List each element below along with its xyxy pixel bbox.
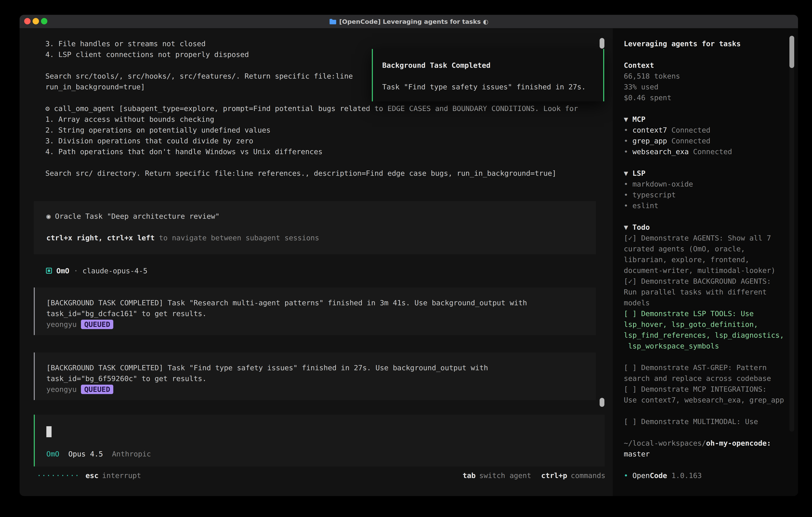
- context-used: 33% used: [624, 83, 658, 91]
- context-spent: $0.46 spent: [624, 93, 671, 102]
- mcp-header: MCP: [632, 115, 645, 124]
- key-ctrl-p: ctrl+p: [541, 471, 567, 480]
- text-segment: Connected: [689, 147, 732, 156]
- text-segment: [✓] Demonstrate BACKGROUND AGENTS:: [624, 277, 771, 285]
- text-segment: to navigate between subagent sessions: [155, 234, 319, 242]
- prompt-input[interactable]: OmO Opus 4.5 Anthropic: [34, 415, 605, 466]
- sidebar-line: • websearch_exa Connected: [624, 146, 790, 157]
- text-segment: 4. LSP client connections not properly d…: [46, 50, 249, 59]
- sidebar-scrollbar-thumb[interactable]: [789, 36, 794, 68]
- sidebar-line: [✓] Demonstrate BACKGROUND AGENTS:: [624, 276, 790, 287]
- close-button[interactable]: [24, 18, 31, 24]
- sidebar-line: document-writer, multimodal-looker): [624, 265, 790, 276]
- sidebar-line: [624, 49, 790, 60]
- text-segment: [BACKGROUND TASK COMPLETED] Task "Find t…: [46, 364, 488, 372]
- sidebar-content: Leveraging agents for tasks Context66,51…: [624, 38, 790, 481]
- todo-header: Todo: [632, 223, 650, 231]
- sidebar-line: Context: [624, 60, 790, 71]
- text-segment: [ ] Demonstrate AST-GREP: Pattern: [624, 363, 766, 372]
- text-segment: context7: [632, 126, 667, 134]
- background-task-message: [BACKGROUND TASK COMPLETED] Task "Resear…: [34, 288, 596, 335]
- sidebar-scrollbar-track[interactable]: [789, 36, 794, 432]
- key-esc: esc: [86, 471, 98, 480]
- text-segment: [✓] Demonstrate AGENTS: Show all 7: [624, 234, 771, 242]
- sidebar-line: curated agents (OmO, oracle,: [624, 244, 790, 254]
- sidebar-line: • grep_app Connected: [624, 136, 790, 146]
- bullet-icon: •: [624, 126, 632, 134]
- separator-dot: ·: [74, 267, 78, 275]
- background-task-message: [BACKGROUND TASK COMPLETED] Task "Find t…: [34, 352, 596, 400]
- sidebar-line: • context7 Connected: [624, 125, 790, 136]
- text-segment: 2. String operations on potentially unde…: [46, 126, 270, 134]
- task-message-line: [BACKGROUND TASK COMPLETED] Task "Find t…: [46, 362, 592, 373]
- input-provider-name: Anthropic: [112, 450, 151, 458]
- text-segment: search and replace across codebase: [624, 374, 771, 382]
- transcript-line: [20, 157, 613, 168]
- task-message-line: task_id="bg_6f59260c" to get results.: [46, 373, 592, 384]
- task-message-line: [BACKGROUND TASK COMPLETED] Task "Resear…: [46, 298, 592, 308]
- session-sidebar[interactable]: Leveraging agents for tasks Context66,51…: [613, 28, 798, 496]
- oracle-panel-line: ◉ Oracle Task "Deep architecture review": [46, 211, 592, 222]
- text-segment: [ ] Demonstrate MULTIMODAL: Use: [624, 417, 758, 426]
- sidebar-line: [624, 351, 790, 362]
- sidebar-line: ▼ LSP: [624, 168, 790, 179]
- main-scrollbar-thumb[interactable]: [600, 398, 604, 407]
- bullet-icon: •: [624, 180, 632, 188]
- input-model-row: OmO Opus 4.5 Anthropic: [46, 448, 601, 459]
- transcript-line: ⚙ call_omo_agent [subagent_type=explore,…: [20, 103, 613, 114]
- input-agent-name: OmO: [46, 450, 59, 458]
- zoom-button[interactable]: [41, 18, 47, 24]
- gear-icon: ⚙: [46, 104, 54, 113]
- oracle-task-panel[interactable]: ◉ Oracle Task "Deep architecture review"…: [34, 201, 596, 254]
- transcript-line: Search src/ directory. Return specific f…: [20, 168, 613, 179]
- sidebar-line: librarian, explore, frontend,: [624, 254, 790, 265]
- agent-session-header[interactable]: OmO · claude-opus-4-5: [46, 265, 613, 276]
- text-segment: Search src/tools/, src/hooks/, src/featu…: [46, 72, 353, 80]
- bullet-icon: •: [624, 201, 632, 210]
- task-message-line: yeongyu QUEUED: [46, 384, 592, 395]
- main-scrollbar-thumb-top[interactable]: [600, 38, 604, 49]
- task-user: yeongyu: [46, 385, 81, 393]
- sidebar-line: ▼ Todo: [624, 222, 790, 233]
- background-task-notification[interactable]: Background Task Completed Task "Find typ…: [372, 49, 604, 101]
- text-segment: document-writer, multimodal-looker): [624, 266, 776, 274]
- sidebar-line: master: [624, 448, 790, 459]
- traffic-lights: [24, 18, 47, 24]
- sidebar-line: • eslint: [624, 200, 790, 211]
- chevron-down-icon: ▼: [624, 115, 632, 124]
- transcript-line: 1. Array access without bounds checking: [20, 114, 613, 125]
- status-right: tab switch agent ctrl+p commands: [463, 471, 605, 480]
- text-segment: websearch_exa: [632, 147, 689, 156]
- text-segment: run_in_background=true]: [46, 83, 145, 91]
- oracle-panel-line: [46, 222, 592, 233]
- agent-square-icon: [46, 268, 52, 274]
- text-segment: Connected: [667, 137, 710, 145]
- sidebar-line: Use context7, websearch_exa, grep_app: [624, 394, 790, 405]
- text-segment: Search src/ directory. Return specific f…: [46, 169, 556, 177]
- text-segment: typescript: [632, 191, 676, 199]
- sidebar-line: Run parallel tasks with different: [624, 287, 790, 298]
- sidebar-line: [ ] Demonstrate MULTIMODAL: Use: [624, 416, 790, 427]
- key-esc-label: interrupt: [102, 471, 141, 480]
- sidebar-line: [624, 157, 790, 168]
- sidebar-line: lsp_find_references, lsp_diagnostics,: [624, 330, 790, 341]
- key-tab: tab: [463, 471, 475, 480]
- sidebar-line: 33% used: [624, 82, 790, 92]
- text-segment: eslint: [632, 201, 658, 210]
- transcript-line: 3. Division operations that could divide…: [20, 136, 613, 146]
- oracle-panel-line: ctrl+x right, ctrl+x left to navigate be…: [46, 233, 592, 243]
- input-model-name: Opus 4.5: [68, 450, 103, 458]
- sidebar-line: [624, 211, 790, 222]
- text-segment: 3. File handles or streams not closed: [46, 39, 206, 48]
- window-titlebar[interactable]: [OpenCode] Leveraging agents for tasks ◐: [20, 15, 798, 28]
- conversation-pane[interactable]: 3. File handles or streams not closed4. …: [20, 28, 613, 496]
- sidebar-line: [624, 103, 790, 114]
- text-segment: markdown-oxide: [632, 180, 693, 188]
- lsp-header: LSP: [632, 169, 645, 177]
- minimize-button[interactable]: [33, 18, 39, 24]
- key-hint-switch-agent: tab switch agent: [463, 471, 531, 480]
- sidebar-line: [ ] Demonstrate MCP INTEGRATIONS:: [624, 384, 790, 394]
- text-segment: Code: [650, 471, 667, 480]
- window-title-text: [OpenCode] Leveraging agents for tasks ◐: [339, 18, 488, 25]
- oracle-icon: ◉: [46, 212, 55, 220]
